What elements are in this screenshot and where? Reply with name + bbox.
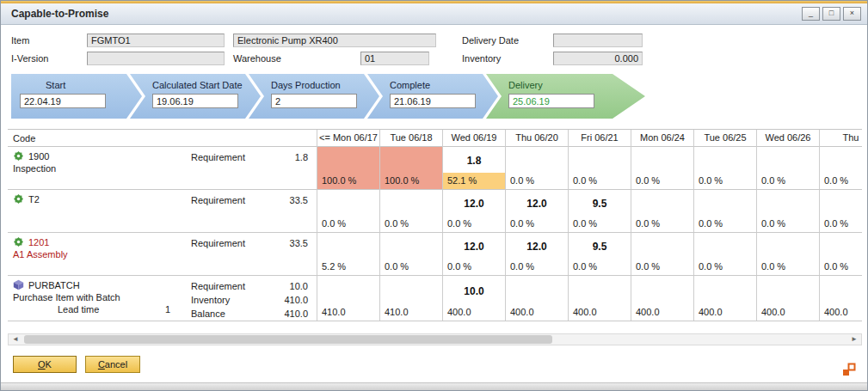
capacity-cell[interactable]: 410.0 <box>317 276 379 321</box>
measure-label: Requirement <box>191 193 253 207</box>
capacity-cell[interactable]: 0.0 % <box>631 190 693 232</box>
load-percent: 0.0 % <box>631 216 693 232</box>
measure-column-header <box>184 137 253 140</box>
load-percent: 0.0 % <box>820 216 862 232</box>
capacity-cell[interactable]: 0.0 % <box>693 147 756 189</box>
capacity-cell[interactable]: 12.00.0 % <box>442 190 505 232</box>
load-percent: 0.0 % <box>820 259 862 275</box>
days-production-input[interactable] <box>271 94 357 108</box>
flow-step-complete: Complete <box>367 74 498 119</box>
measure-value: 410.0 <box>253 293 308 307</box>
capacity-cell[interactable]: 400.0 <box>693 276 756 321</box>
capacity-cell[interactable]: 12.00.0 % <box>505 233 568 275</box>
horizontal-scrollbar[interactable]: ◄ ► <box>8 333 862 345</box>
scroll-right-icon[interactable]: ► <box>847 334 861 345</box>
expand-form-icon[interactable] <box>842 363 856 376</box>
capacity-cell[interactable]: 0.0 % <box>568 147 631 189</box>
capacity-cell[interactable]: 0.0 % <box>756 233 819 275</box>
item-description: Purchase Item with Batch <box>13 290 184 302</box>
quantity-value <box>694 276 756 304</box>
date-column-header[interactable]: Wed 06/26 <box>756 130 819 147</box>
load-percent: 400.0 <box>569 304 631 321</box>
date-column-header[interactable]: Thu <box>819 130 862 147</box>
lead-time-value: 1 <box>165 304 170 315</box>
capacity-cell[interactable]: 400.0 <box>631 276 693 321</box>
date-column-header[interactable]: Fri 06/21 <box>568 130 631 147</box>
load-percent: 410.0 <box>317 304 379 321</box>
capacity-cell[interactable]: 0.0 % <box>693 233 756 275</box>
capacity-cell[interactable]: 10.0400.0 <box>442 276 505 321</box>
load-percent: 400.0 <box>631 304 693 321</box>
calculated-start-date-input[interactable] <box>152 94 238 108</box>
quantity-value <box>757 276 819 304</box>
capacity-cell[interactable]: 0.0 % <box>631 233 693 275</box>
minimize-icon[interactable]: _ <box>802 7 820 21</box>
capacity-cell[interactable]: 0.0 % <box>379 190 442 232</box>
quantity-value <box>380 233 442 259</box>
capacity-cell[interactable]: 1.852.1 % <box>442 147 505 189</box>
date-column-header[interactable]: Tue 06/18 <box>379 130 442 147</box>
item-label: Item <box>11 34 87 47</box>
iversion-field <box>87 52 225 65</box>
cancel-button[interactable]: Cancel <box>85 356 140 373</box>
quantity-value <box>820 276 862 304</box>
start-date-input[interactable] <box>20 94 106 108</box>
scrollbar-track[interactable] <box>22 334 847 345</box>
quantity-value <box>757 233 819 259</box>
date-column-header[interactable]: Wed 06/19 <box>442 130 505 147</box>
capacity-cell[interactable]: 0.0 % <box>379 233 442 275</box>
load-percent: 0.0 % <box>443 216 505 232</box>
capacity-cell[interactable]: 0.0 % <box>505 147 568 189</box>
ok-button[interactable]: OK <box>13 356 77 373</box>
capacity-cell[interactable]: 9.50.0 % <box>568 233 631 275</box>
flow-step-label: Complete <box>390 80 498 90</box>
capacity-cell[interactable]: 0.0 % <box>819 190 862 232</box>
capacity-cell[interactable]: 410.0 <box>379 276 442 321</box>
button-bar: OK Cancel <box>13 356 867 373</box>
delivery-date-input[interactable] <box>508 94 594 108</box>
capacity-cell[interactable]: 0.0 % <box>631 147 693 189</box>
date-column-header[interactable]: <= Mon 06/17 <box>317 130 379 147</box>
code-line: PURBATCH <box>13 276 184 290</box>
measure-label: Requirement <box>191 236 253 250</box>
date-column-header[interactable]: Mon 06/24 <box>631 130 693 147</box>
date-column-header[interactable]: Thu 06/20 <box>505 130 568 147</box>
capacity-cell[interactable]: 0.0 % <box>819 147 862 189</box>
capacity-cell[interactable]: 400.0 <box>568 276 631 321</box>
flow-step-calculated-start: Calculated Start Date <box>130 74 261 119</box>
title-bar[interactable]: Capable-to-Promise _ □ × <box>1 3 867 25</box>
complete-date-input[interactable] <box>390 94 476 108</box>
capacity-cell[interactable]: 9.50.0 % <box>568 190 631 232</box>
row-code-cell: PURBATCHPurchase Item with BatchLead tim… <box>8 276 184 321</box>
quantity-value <box>631 233 693 259</box>
gear-icon <box>13 150 24 162</box>
capacity-cell[interactable]: 0.0 % <box>317 190 379 232</box>
capacity-cell[interactable]: 0.0 % <box>756 147 819 189</box>
quantity-value <box>694 190 756 216</box>
lead-time-line: Lead time1 <box>13 302 184 315</box>
code-line: 1900 <box>13 147 184 162</box>
capacity-cell[interactable]: 0.0 % <box>693 190 756 232</box>
date-column-header[interactable]: Tue 06/25 <box>693 130 756 147</box>
capacity-cell[interactable]: 5.2 % <box>317 233 379 275</box>
quantity-value: 10.0 <box>443 276 505 304</box>
close-icon[interactable]: × <box>843 7 861 21</box>
scrollbar-thumb[interactable] <box>24 335 552 344</box>
maximize-icon[interactable]: □ <box>822 7 840 21</box>
capacity-cell[interactable]: 12.00.0 % <box>442 233 505 275</box>
capacity-cell[interactable]: 400.0 <box>819 276 862 321</box>
window-bottom-strip <box>1 382 867 390</box>
capacity-cell[interactable]: 12.00.0 % <box>505 190 568 232</box>
measure-value: 1.8 <box>253 150 308 164</box>
capacity-cell[interactable]: 400.0 <box>756 276 819 321</box>
load-percent: 100.0 % <box>317 173 379 189</box>
scroll-left-icon[interactable]: ◄ <box>9 334 22 345</box>
quantity-value <box>380 190 442 216</box>
capacity-cell[interactable]: 100.0 % <box>317 147 379 189</box>
capacity-cell[interactable]: 0.0 % <box>819 233 862 275</box>
capacity-cell[interactable]: 0.0 % <box>756 190 819 232</box>
capacity-cell[interactable]: 100.0 % <box>379 147 442 189</box>
capacity-cell[interactable]: 400.0 <box>505 276 568 321</box>
load-percent: 400.0 <box>443 304 505 321</box>
flow-step-label: Days Production <box>271 80 379 90</box>
